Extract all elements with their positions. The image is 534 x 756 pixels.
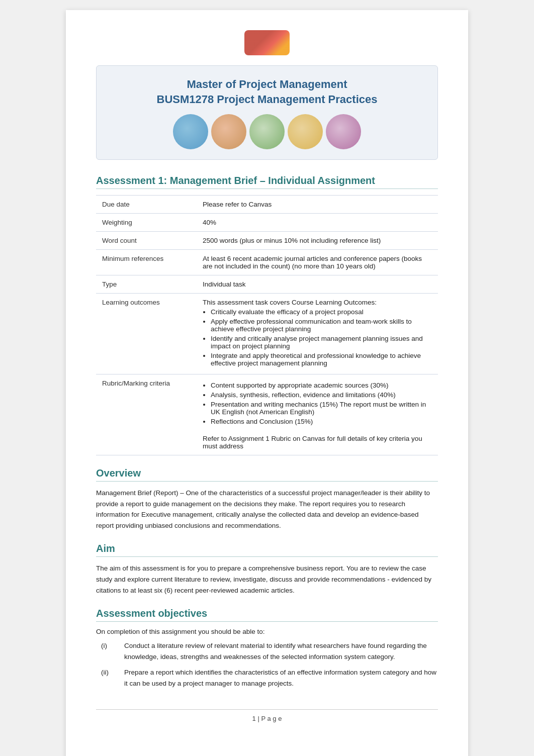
aim-section: Aim The aim of this assessment is for yo… xyxy=(96,543,438,596)
aim-text: The aim of this assessment is for you to… xyxy=(96,563,438,596)
objective-item: (ii)Prepare a report which identifies th… xyxy=(101,667,438,689)
banner-circle-3 xyxy=(249,114,285,149)
row-label: Type xyxy=(96,275,197,294)
table-row-rubric: Rubric/Marking criteria Content supporte… xyxy=(96,374,438,455)
objective-num: (i) xyxy=(101,640,116,662)
assessment-table: Due datePlease refer to CanvasWeighting4… xyxy=(96,195,438,455)
aim-heading: Aim xyxy=(96,543,438,557)
row-label: Learning outcomes xyxy=(96,294,197,374)
list-item: Content supported by appropriate academi… xyxy=(211,382,432,389)
row-value: Please refer to Canvas xyxy=(197,196,438,214)
logo-area xyxy=(96,30,438,55)
banner-circle-2 xyxy=(211,114,246,149)
row-label: Weighting xyxy=(96,214,197,232)
list-item: Identify and critically analyse project … xyxy=(211,335,432,350)
row-value: Individual task xyxy=(197,275,438,294)
objective-num: (ii) xyxy=(101,667,116,689)
table-row: Weighting40% xyxy=(96,214,438,232)
row-value: 40% xyxy=(197,214,438,232)
overview-heading: Overview xyxy=(96,467,438,482)
table-row: Word count2500 words (plus or minus 10% … xyxy=(96,232,438,250)
banner-circle-4 xyxy=(288,114,323,149)
list-item: Integrate and apply theoretical and prof… xyxy=(211,352,432,367)
page-footer: 1 | P a g e xyxy=(96,709,438,722)
header-banner: Master of Project Management BUSM1278 Pr… xyxy=(96,65,438,160)
list-item: Reflections and Conclusion (15%) xyxy=(211,418,432,425)
objectives-intro: On completion of this assignment you sho… xyxy=(96,628,438,635)
banner-title-line2: BUSM1278 Project Management Practices xyxy=(107,93,427,106)
row-value: This assessment task covers Course Learn… xyxy=(197,294,438,374)
list-item: Presentation and writing mechanics (15%)… xyxy=(211,401,432,416)
row-value: 2500 words (plus or minus 10% not includ… xyxy=(197,232,438,250)
objective-item: (i)Conduct a literature review of releva… xyxy=(101,640,438,662)
page: Master of Project Management BUSM1278 Pr… xyxy=(66,10,468,756)
assessment-title: Assessment 1: Management Brief – Individ… xyxy=(96,175,438,189)
row-value: At least 6 recent academic journal artic… xyxy=(197,250,438,275)
list-item: Apply effective professional communicati… xyxy=(211,318,432,333)
lo-intro: This assessment task covers Course Learn… xyxy=(203,299,377,306)
row-label: Word count xyxy=(96,232,197,250)
banner-circle-1 xyxy=(173,114,208,149)
table-row: TypeIndividual task xyxy=(96,275,438,294)
objectives-heading: Assessment objectives xyxy=(96,608,438,622)
banner-title-line1: Master of Project Management xyxy=(107,78,427,91)
banner-circle-5 xyxy=(326,114,361,149)
row-value: Content supported by appropriate academi… xyxy=(197,374,438,455)
banner-image xyxy=(107,114,427,149)
list-item: Analysis, synthesis, reflection, evidenc… xyxy=(211,391,432,399)
objectives-section: Assessment objectives On completion of t… xyxy=(96,608,438,689)
table-row: Minimum referencesAt least 6 recent acad… xyxy=(96,250,438,275)
table-row: Due datePlease refer to Canvas xyxy=(96,196,438,214)
overview-section: Overview Management Brief (Report) – One… xyxy=(96,467,438,531)
row-label: Due date xyxy=(96,196,197,214)
objective-text: Conduct a literature review of relevant … xyxy=(124,640,438,662)
row-label: Minimum references xyxy=(96,250,197,275)
list-item: Critically evaluate the efficacy of a pr… xyxy=(211,308,432,316)
logo-image xyxy=(244,30,290,55)
objectives-list: (i)Conduct a literature review of releva… xyxy=(101,640,438,689)
footer-text: 1 | P a g e xyxy=(252,715,282,722)
objective-text: Prepare a report which identifies the ch… xyxy=(124,667,438,689)
overview-text: Management Brief (Report) – One of the c… xyxy=(96,488,438,531)
table-row-learning-outcomes: Learning outcomes This assessment task c… xyxy=(96,294,438,374)
rubric-note: Refer to Assignment 1 Rubric on Canvas f… xyxy=(203,435,422,450)
row-label: Rubric/Marking criteria xyxy=(96,374,197,455)
